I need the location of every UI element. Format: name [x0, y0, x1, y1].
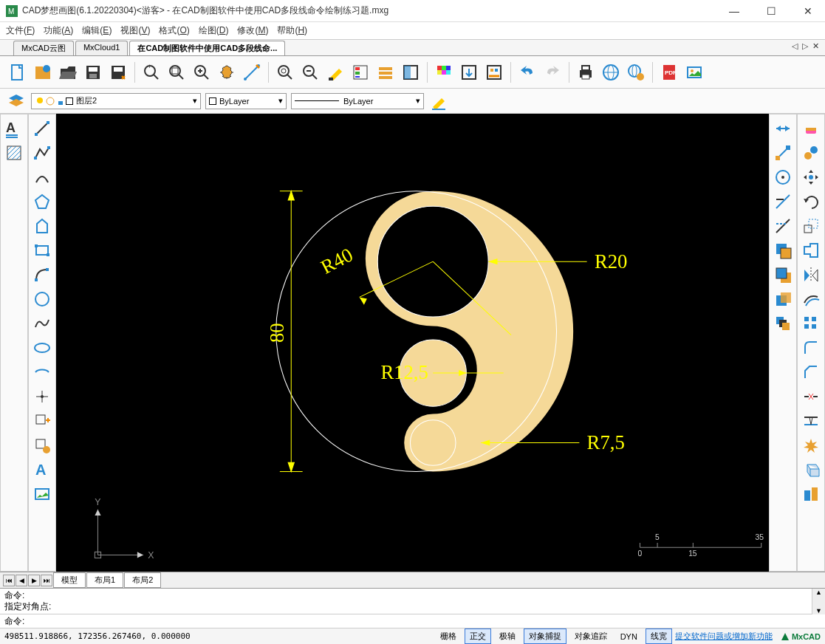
print-button[interactable]: [574, 61, 598, 84]
zoom-out-button[interactable]: [298, 61, 322, 84]
tab-prev-button[interactable]: ◁: [792, 41, 798, 51]
circle-button[interactable]: [31, 288, 53, 310]
spline-button[interactable]: [31, 312, 53, 335]
tab-mxcloud1[interactable]: MxCloud1: [75, 41, 129, 55]
zoom-center-button[interactable]: +: [140, 61, 163, 84]
viewtab-layout1[interactable]: 布局1: [86, 572, 123, 588]
viewtab-next[interactable]: ▶: [28, 575, 40, 586]
layers-panel-button[interactable]: [374, 61, 397, 84]
back-button[interactable]: [772, 264, 794, 286]
viewport-button[interactable]: [399, 61, 422, 84]
viewtab-layout2[interactable]: 布局2: [124, 572, 161, 588]
menu-modify[interactable]: 修改(M): [237, 24, 268, 37]
settings-button[interactable]: [482, 61, 506, 84]
feedback-link[interactable]: 提交软件问题或增加新功能: [675, 631, 773, 642]
status-lineweight[interactable]: 线宽: [646, 628, 672, 644]
menu-file[interactable]: 文件(F): [6, 24, 35, 37]
mirror-button[interactable]: [800, 264, 822, 286]
array-button[interactable]: [800, 312, 822, 335]
polyline-button[interactable]: [31, 142, 53, 164]
tab-current-document[interactable]: 在CAD制图软件中使用CAD多段线命...: [129, 41, 285, 55]
block-insert-button[interactable]: [31, 410, 53, 432]
zoom-extents-button[interactable]: [165, 61, 188, 84]
properties-button[interactable]: [349, 61, 372, 84]
export-button[interactable]: [457, 61, 481, 84]
chamfer-button[interactable]: [800, 361, 822, 383]
command-scrollbar[interactable]: ▲▼: [812, 589, 825, 614]
layer-manager-button[interactable]: [6, 91, 27, 112]
status-otrack[interactable]: 对象追踪: [569, 628, 612, 644]
copy2-button[interactable]: [800, 142, 822, 164]
shape-button[interactable]: [31, 215, 53, 237]
trim-button[interactable]: [772, 191, 794, 213]
open-button[interactable]: [56, 61, 80, 84]
pan-all-button[interactable]: [800, 166, 822, 188]
polygon-button[interactable]: [31, 191, 53, 213]
rotate-button[interactable]: [772, 166, 794, 188]
web-button[interactable]: [599, 61, 623, 84]
linetype-edit-button[interactable]: [428, 91, 449, 112]
menu-function[interactable]: 功能(A): [44, 24, 73, 37]
tab-mxcad-cloud[interactable]: MxCAD云图: [13, 41, 74, 55]
point-button[interactable]: [31, 386, 53, 408]
offset-button[interactable]: [800, 288, 822, 310]
measure-button[interactable]: [240, 61, 264, 84]
ellipse-button[interactable]: [31, 337, 53, 359]
rectangle-button[interactable]: [31, 239, 53, 261]
fillet-button[interactable]: [800, 337, 822, 359]
highlight-button[interactable]: [324, 61, 347, 84]
move-button[interactable]: [772, 117, 794, 140]
minimize-button[interactable]: —: [723, 4, 745, 18]
redo-button[interactable]: [541, 61, 564, 84]
menu-help[interactable]: 帮助(H): [277, 24, 307, 37]
ellipse-arc-button[interactable]: [31, 361, 53, 383]
text-style-button[interactable]: A: [3, 117, 25, 140]
status-osnap[interactable]: 对象捕捉: [524, 628, 566, 644]
viewtab-first[interactable]: ⏮: [3, 575, 15, 586]
viewtab-prev[interactable]: ◀: [16, 575, 27, 586]
command-input-row[interactable]: 命令:: [0, 614, 825, 628]
copy-button[interactable]: [772, 142, 794, 164]
rotate2-button[interactable]: [800, 191, 822, 213]
pdf-button[interactable]: PDF: [657, 61, 681, 84]
tab-next-button[interactable]: ▷: [802, 41, 808, 51]
status-polar[interactable]: 极轴: [494, 628, 521, 644]
web-settings-button[interactable]: [624, 61, 648, 84]
menu-draw[interactable]: 绘图(D): [199, 24, 229, 37]
explode-button[interactable]: [800, 434, 822, 456]
maximize-button[interactable]: ☐: [760, 4, 782, 18]
linetype-selector[interactable]: ByLayer ▾: [291, 93, 424, 109]
break-button[interactable]: [800, 386, 822, 408]
viewtab-last[interactable]: ⏭: [41, 575, 52, 586]
extend-button[interactable]: [772, 215, 794, 237]
menu-format[interactable]: 格式(O): [159, 24, 189, 37]
3d-button[interactable]: [800, 459, 822, 481]
stretch-button[interactable]: [800, 239, 822, 261]
pan-button[interactable]: [215, 61, 239, 84]
status-ortho[interactable]: 正交: [465, 628, 491, 644]
zoom-in-button[interactable]: [190, 61, 213, 84]
layer-selector[interactable]: 图层2 ▾: [31, 93, 201, 109]
arc3p-button[interactable]: [31, 264, 53, 286]
save-as-button[interactable]: [106, 61, 130, 84]
image-button[interactable]: [682, 61, 706, 84]
close-button[interactable]: ✕: [797, 4, 819, 18]
align-button[interactable]: [800, 483, 822, 505]
viewtab-model[interactable]: 模型: [53, 572, 86, 588]
text-button[interactable]: A: [31, 459, 53, 481]
menu-view[interactable]: 视图(V): [120, 24, 150, 37]
new-button[interactable]: [6, 61, 30, 84]
front-button[interactable]: [772, 239, 794, 261]
status-dyn[interactable]: DYN: [615, 630, 643, 643]
hatch-button[interactable]: [3, 142, 25, 164]
open-cloud-button[interactable]: [31, 61, 55, 84]
zoom-window-button[interactable]: [273, 61, 297, 84]
behind-button[interactable]: [772, 288, 794, 310]
join-button[interactable]: [800, 410, 822, 432]
drawing-canvas[interactable]: 80 R40 R20 R12,5 R7,5: [56, 114, 769, 572]
color-selector[interactable]: ByLayer ▾: [205, 93, 287, 109]
line-button[interactable]: [31, 117, 53, 140]
draworder-button[interactable]: [772, 312, 794, 335]
erase-button[interactable]: [800, 117, 822, 140]
menu-edit[interactable]: 编辑(E): [82, 24, 112, 37]
